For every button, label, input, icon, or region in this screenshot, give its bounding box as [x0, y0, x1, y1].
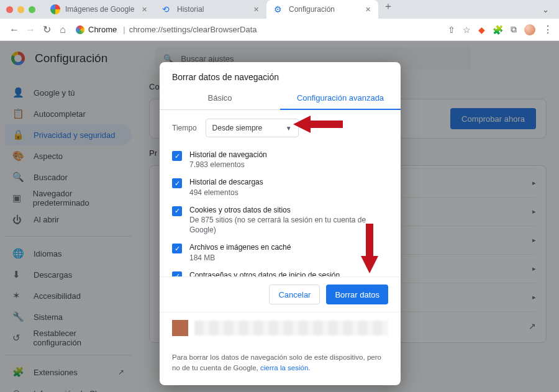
option-browsing-history[interactable]: Historial de navegación7.983 elementos	[172, 146, 388, 173]
nav-reload-button[interactable]: ↻	[39, 24, 55, 35]
cancel-button[interactable]: Cancelar	[269, 285, 320, 304]
chevron-down-icon: ▼	[286, 125, 292, 132]
nav-back-button[interactable]: ←	[6, 24, 22, 35]
account-avatar	[172, 320, 188, 336]
dialog-footer-text: Para borrar los datos de navegación solo…	[160, 344, 401, 385]
minimize-window-button[interactable]	[17, 6, 24, 13]
url-host: Chrome	[88, 25, 117, 34]
tab-history[interactable]: ⟲ Historial ✕	[155, 0, 266, 19]
select-value: Desde siempre	[212, 124, 263, 132]
window-controls	[6, 6, 35, 13]
option-passwords[interactable]: Contraseñas y otros datos de inicio de s…	[172, 267, 388, 276]
tab-label: Imágenes de Google	[65, 5, 134, 14]
browser-menu-icon[interactable]: ⋮	[543, 24, 553, 35]
clear-browsing-data-dialog: Borrar datos de navegación Básico Config…	[160, 62, 401, 385]
time-range-label: Tiempo	[172, 124, 197, 132]
url-path: chrome://settings/clearBrowserData	[129, 25, 257, 34]
checkbox-checked[interactable]	[172, 151, 182, 161]
tab-basic[interactable]: Básico	[160, 87, 280, 109]
tab-label: Configuración	[289, 5, 335, 14]
brave-shield-icon[interactable]: ◆	[478, 25, 485, 35]
account-info-redacted	[194, 321, 388, 335]
favicon-history: ⟲	[162, 4, 172, 14]
option-download-history[interactable]: Historial de descargas494 elementos	[172, 173, 388, 201]
time-range-select[interactable]: Desde siempre ▼	[206, 119, 299, 137]
favicon-google	[50, 4, 60, 14]
user-avatar[interactable]	[524, 24, 535, 35]
address-bar-row: ← → ↻ ⌂ Chrome | chrome://settings/clear…	[0, 19, 559, 41]
address-bar[interactable]: Chrome | chrome://settings/clearBrowserD…	[71, 25, 448, 34]
window-menu-icon[interactable]: ⌄	[542, 5, 549, 14]
checkbox-checked[interactable]	[172, 178, 182, 188]
dialog-title: Borrar datos de navegación	[160, 62, 401, 87]
dialog-tabs: Básico Configuración avanzada	[160, 87, 401, 110]
tab-label: Historial	[177, 5, 204, 14]
browser-tabs: Imágenes de Google ✕ ⟲ Historial ✕ ⚙ Con…	[43, 0, 542, 19]
account-row	[160, 312, 401, 344]
option-cookies[interactable]: Cookies y otros datos de sitiosDe 875 si…	[172, 201, 388, 239]
nav-forward-button[interactable]: →	[22, 24, 39, 35]
clear-options-list: Historial de navegación7.983 elementos H…	[160, 146, 401, 276]
close-tab-icon[interactable]: ✕	[142, 6, 147, 14]
new-tab-button[interactable]: ＋	[383, 0, 393, 19]
share-icon[interactable]: ⇧	[448, 25, 455, 35]
close-window-button[interactable]	[6, 6, 13, 13]
fullscreen-window-button[interactable]	[29, 6, 35, 13]
tab-advanced[interactable]: Configuración avanzada	[280, 87, 401, 110]
extensions-icon[interactable]: 🧩	[493, 25, 503, 35]
checkbox-checked[interactable]	[172, 244, 182, 253]
close-tab-icon[interactable]: ✕	[253, 6, 259, 14]
close-tab-icon[interactable]: ✕	[365, 6, 371, 14]
clear-data-button[interactable]: Borrar datos	[326, 285, 388, 304]
reading-list-icon[interactable]: ⧉	[511, 24, 517, 35]
nav-home-button[interactable]: ⌂	[55, 24, 71, 35]
chrome-logo-icon	[76, 25, 84, 34]
checkbox-checked[interactable]	[172, 271, 182, 276]
window-titlebar: Imágenes de Google ✕ ⟲ Historial ✕ ⚙ Con…	[0, 0, 559, 19]
option-cached-files[interactable]: Archivos e imágenes en caché184 MB	[172, 239, 388, 266]
bookmark-icon[interactable]: ☆	[463, 25, 471, 35]
checkbox-checked[interactable]	[172, 206, 182, 216]
tab-settings[interactable]: ⚙ Configuración ✕	[266, 0, 378, 19]
tab-google-images[interactable]: Imágenes de Google ✕	[43, 0, 155, 19]
sign-out-link[interactable]: cierra la sesión.	[260, 364, 311, 371]
favicon-gear-icon: ⚙	[274, 4, 284, 14]
